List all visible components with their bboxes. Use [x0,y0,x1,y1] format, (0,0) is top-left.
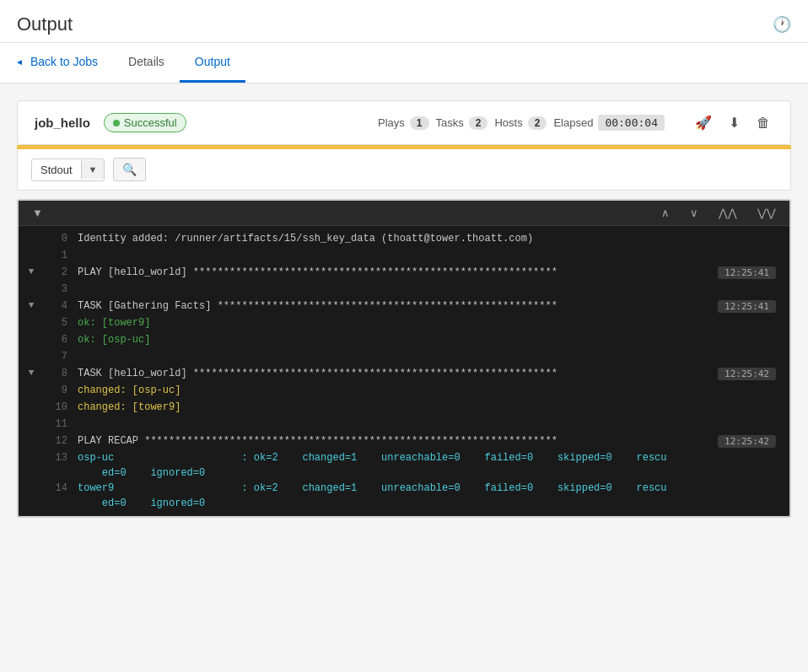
line-number: 10 [44,400,78,413]
line-content: changed: [tower9] [78,400,789,415]
line-content: osp-uc : ok=2 changed=1 unreachable=0 fa… [78,450,789,465]
output-controls: Stdout ▼ 🔍 [17,149,791,191]
line-toggle [19,315,44,317]
line-toggle[interactable]: ▼ [19,366,44,378]
output-line: ▼8TASK [hello_world] *******************… [19,366,789,383]
line-number: 5 [44,315,78,329]
line-number: 4 [44,298,78,312]
output-line: 5ok: [tower9] [19,315,789,332]
line-number: 12 [44,433,78,447]
output-line: 7 [19,349,789,366]
line-content: PLAY RECAP *****************************… [78,433,718,449]
output-line: 14tower9 : ok=2 changed=1 unreachable=0 … [19,481,789,511]
nav-collapse-all[interactable]: ▼ [29,205,46,221]
nav-scroll-bottom[interactable]: ⋁⋁ [754,205,779,221]
output-line: 0Identity added: /runner/artifacts/15/ss… [19,231,789,248]
line-content-extra: ed=0 ignored=0 [78,496,789,511]
line-content: Identity added: /runner/artifacts/15/ssh… [78,231,789,246]
output-line: ▼2PLAY [hello_world] *******************… [19,265,789,282]
line-content [78,349,789,352]
line-timestamp: 12:25:42 [718,368,776,380]
line-toggle [19,450,44,452]
status-dot [113,120,120,126]
elapsed-stat: Elapsed 00:00:04 [553,115,665,131]
output-line: 13osp-uc : ok=2 changed=1 unreachable=0 … [19,450,789,481]
line-number: 7 [44,349,78,363]
page-header: Output 🕐 [0,0,808,43]
line-content: changed: [osp-uc] [78,383,789,398]
line-toggle [19,282,44,283]
line-number: 11 [44,417,78,430]
output-container: ▼ ∧ ∨ ⋀⋀ ⋁⋁ 0Identity added: /runner/art… [17,199,791,518]
nav-right: ∧ ∨ ⋀⋀ ⋁⋁ [658,205,779,221]
tabs-bar: Back to Jobs Details Output [0,43,808,83]
line-toggle [19,481,44,482]
tab-back-to-jobs[interactable]: Back to Jobs [0,43,113,83]
job-name: job_hello [35,116,90,130]
output-line: 11 [19,417,789,433]
output-line: 10changed: [tower9] [19,400,789,417]
nav-scroll-down[interactable]: ∨ [687,205,702,221]
output-line: ▼4TASK [Gathering Facts] ***************… [19,298,789,315]
line-content: ok: [tower9] [78,315,789,331]
line-number: 6 [44,332,78,346]
download-button[interactable]: ⬇ [725,113,743,132]
stdout-select[interactable]: Stdout ▼ [31,159,105,181]
output-line: 12PLAY RECAP ***************************… [19,433,789,450]
page-title: Output [17,13,73,35]
output-line: 6ok: [osp-uc] [19,332,789,349]
main-content: job_hello Successful Plays 1 Tasks 2 Hos… [0,83,808,654]
rocket-button[interactable]: 🚀 [692,113,715,132]
line-toggle [19,349,44,351]
nav-scroll-up[interactable]: ∧ [658,205,673,221]
delete-button[interactable]: 🗑 [753,114,773,132]
line-toggle [19,231,44,233]
tab-details[interactable]: Details [113,43,180,83]
line-content [78,248,789,251]
output-line: 3 [19,282,789,298]
nav-scroll-top[interactable]: ⋀⋀ [715,205,741,221]
line-content [78,282,789,285]
status-badge: Successful [104,113,186,132]
line-toggle [19,332,44,334]
stdout-arrow-icon: ▼ [81,160,105,179]
header-actions: 🚀 ⬇ 🗑 [692,113,773,132]
line-content [78,417,789,420]
line-toggle[interactable]: ▼ [19,298,44,310]
line-toggle [19,248,44,250]
line-toggle [19,417,44,418]
line-number: 2 [44,265,78,278]
nav-left: ▼ [29,205,46,221]
line-toggle [19,433,44,435]
output-line: 1 [19,248,789,265]
line-content: tower9 : ok=2 changed=1 unreachable=0 fa… [78,481,789,496]
tab-output[interactable]: Output [180,43,245,83]
history-icon[interactable]: 🕐 [773,15,791,34]
line-number: 14 [44,481,78,494]
line-toggle [19,400,44,401]
line-toggle [19,383,44,384]
job-header: job_hello Successful Plays 1 Tasks 2 Hos… [17,100,791,145]
line-number: 0 [44,231,78,245]
line-timestamp: 12:25:41 [718,300,776,313]
tasks-stat: Tasks 2 [436,116,488,130]
line-timestamp: 12:25:42 [718,435,776,448]
line-number: 3 [44,282,78,295]
line-timestamp: 12:25:41 [718,266,776,279]
output-nav-bar: ▼ ∧ ∨ ⋀⋀ ⋁⋁ [19,201,789,226]
output-line: 9changed: [osp-uc] [19,383,789,400]
line-number: 9 [44,383,78,396]
line-number: 8 [44,366,78,379]
line-content: ok: [osp-uc] [78,332,789,347]
line-content: PLAY [hello_world] *********************… [78,265,718,280]
plays-stat: Plays 1 [378,116,428,130]
stats-group: Plays 1 Tasks 2 Hosts 2 Elapsed 00:00:04 [378,115,665,131]
line-content: TASK [hello_world] *********************… [78,366,718,381]
output-lines: 0Identity added: /runner/artifacts/15/ss… [19,226,789,516]
line-content: TASK [Gathering Facts] *****************… [78,298,718,314]
hosts-stat: Hosts 2 [494,116,547,130]
line-number: 1 [44,248,78,261]
line-content-extra: ed=0 ignored=0 [78,465,789,481]
line-toggle[interactable]: ▼ [19,265,44,277]
search-button[interactable]: 🔍 [113,158,146,181]
